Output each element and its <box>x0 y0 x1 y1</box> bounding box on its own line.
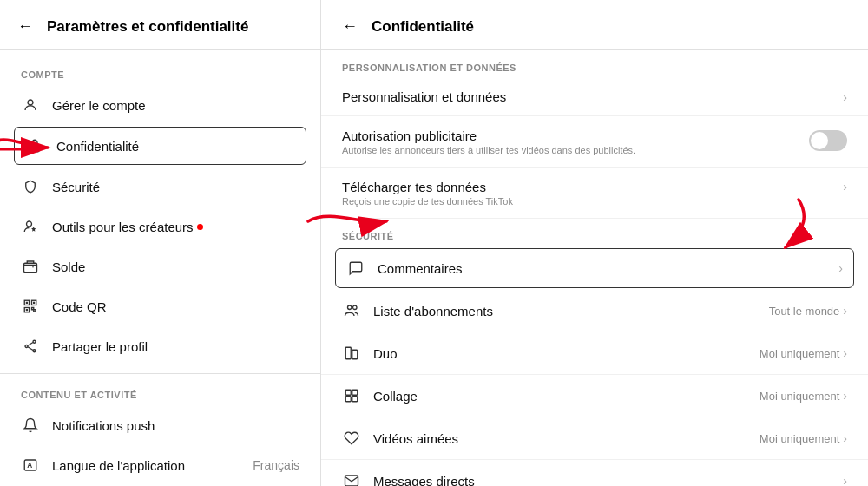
commentaires-label: Commentaires <box>378 261 835 276</box>
middle-arrow-decoration <box>304 200 391 243</box>
svg-text:A: A <box>27 462 32 470</box>
svg-point-11 <box>33 340 36 343</box>
menu-item-gerer[interactable]: Gérer le compte <box>0 85 320 125</box>
shield-icon <box>21 177 40 196</box>
left-panel: ← Paramètres et confidentialité COMPTE G… <box>0 0 321 486</box>
svg-rect-29 <box>345 397 351 402</box>
left-panel-header: ← Paramètres et confidentialité <box>0 17 320 50</box>
videos-label: Vidéos aimées <box>373 431 760 446</box>
menu-item-gerer-label: Gérer le compte <box>52 98 146 113</box>
left-panel-title: Paramètres et confidentialité <box>47 18 248 36</box>
svg-point-12 <box>25 345 28 348</box>
svg-point-1 <box>28 100 33 105</box>
svg-rect-27 <box>345 390 351 395</box>
outils-badge <box>197 224 203 230</box>
svg-line-15 <box>28 347 33 351</box>
autorisation-label: Autorisation publicitaire <box>342 128 809 143</box>
right-menu-autorisation[interactable]: Autorisation publicitaire Autorise les a… <box>321 116 868 168</box>
menu-item-partager[interactable]: Partager le profil <box>0 326 320 366</box>
language-icon: A <box>21 456 40 475</box>
svg-rect-8 <box>26 302 28 304</box>
duo-chevron: › <box>843 346 847 360</box>
abonnements-value: Tout le monde <box>769 305 840 318</box>
autorisation-sub: Autorise les annonceurs tiers à utiliser… <box>342 145 809 155</box>
menu-item-notifications[interactable]: Notifications push <box>0 405 320 445</box>
perso-data-chevron: › <box>843 90 847 104</box>
menu-item-solde-label: Solde <box>52 259 85 274</box>
right-panel: ← Confidentialité PERSONNALISATION ET DO… <box>321 0 868 486</box>
menu-item-outils[interactable]: Outils pour les créateurs <box>0 207 320 246</box>
menu-item-langue[interactable]: A Langue de l'application Français <box>0 445 320 485</box>
svg-point-3 <box>27 221 32 227</box>
section-label-contenu: CONTENU ET ACTIVITÉ <box>0 381 320 405</box>
person-icon <box>21 95 40 115</box>
duo-value: Moi uniquement <box>760 347 840 360</box>
right-menu-collage[interactable]: Collage Moi uniquement › <box>321 375 868 417</box>
messages-label: Messages directs <box>373 474 839 487</box>
share-icon <box>21 337 40 356</box>
abonnements-chevron: › <box>843 304 847 318</box>
abonnements-label: Liste d'abonnements <box>373 304 769 319</box>
right-menu-abonnements[interactable]: Liste d'abonnements Tout le monde › <box>321 290 868 332</box>
message-icon <box>342 471 361 486</box>
perso-data-label: Personnalisation et données <box>342 89 839 104</box>
svg-rect-9 <box>33 302 35 304</box>
videos-value: Moi uniquement <box>760 432 840 445</box>
menu-item-codeqr[interactable]: Code QR <box>0 286 320 326</box>
menu-item-outils-label: Outils pour les créateurs <box>52 220 194 234</box>
menu-item-notifications-label: Notifications push <box>52 418 155 433</box>
messages-chevron: › <box>843 474 847 486</box>
svg-rect-10 <box>26 309 28 311</box>
right-menu-perso-data[interactable]: Personnalisation et données › <box>321 78 868 116</box>
svg-point-24 <box>353 305 358 310</box>
right-back-button[interactable]: ← <box>342 17 358 36</box>
svg-line-14 <box>28 343 33 346</box>
menu-item-securite-label: Sécurité <box>52 180 100 194</box>
collage-icon <box>342 386 361 405</box>
menu-item-codeqr-label: Code QR <box>52 299 107 314</box>
duo-icon <box>342 344 361 363</box>
collage-chevron: › <box>843 389 847 403</box>
svg-rect-28 <box>352 390 358 395</box>
right-menu-duo[interactable]: Duo Moi uniquement › <box>321 332 868 375</box>
autorisation-toggle[interactable] <box>809 130 847 151</box>
right-section-perso: PERSONNALISATION ET DONNÉES <box>321 50 868 78</box>
right-menu-videos[interactable]: Vidéos aimées Moi uniquement › <box>321 417 868 460</box>
menu-item-langue-label: Langue de l'application <box>52 458 185 473</box>
right-menu-messages[interactable]: Messages directs › <box>321 460 868 486</box>
red-arrow-left <box>0 122 61 174</box>
left-back-button[interactable]: ← <box>17 17 33 36</box>
telecharger-label: Télécharger tes données <box>342 180 839 194</box>
commentaires-chevron: › <box>838 261 843 275</box>
bubble-icon <box>346 259 365 278</box>
section-label-compte: COMPTE <box>0 61 320 85</box>
bell-icon <box>21 416 40 435</box>
menu-item-partager-label: Partager le profil <box>52 339 148 354</box>
qr-icon <box>21 297 40 316</box>
wallet-icon <box>21 257 40 276</box>
person-star-icon <box>21 217 40 236</box>
right-arrow-decoration <box>746 195 816 256</box>
heart-icon <box>342 429 361 448</box>
svg-point-23 <box>348 305 352 310</box>
persons-icon <box>342 301 361 320</box>
svg-rect-26 <box>352 350 358 359</box>
menu-item-solde[interactable]: Solde <box>0 246 320 286</box>
svg-rect-30 <box>352 397 358 402</box>
collage-label: Collage <box>373 389 760 404</box>
right-panel-header: ← Confidentialité <box>321 17 868 50</box>
svg-rect-25 <box>345 347 351 359</box>
telecharger-chevron: › <box>843 180 847 194</box>
svg-point-13 <box>33 350 36 352</box>
videos-chevron: › <box>843 431 847 445</box>
right-panel-title: Confidentialité <box>372 18 474 36</box>
left-divider <box>0 373 320 374</box>
menu-item-confidentialite-label: Confidentialité <box>56 139 139 154</box>
menu-item-langue-value: Français <box>253 458 299 472</box>
duo-label: Duo <box>373 346 760 361</box>
collage-value: Moi uniquement <box>760 390 840 403</box>
